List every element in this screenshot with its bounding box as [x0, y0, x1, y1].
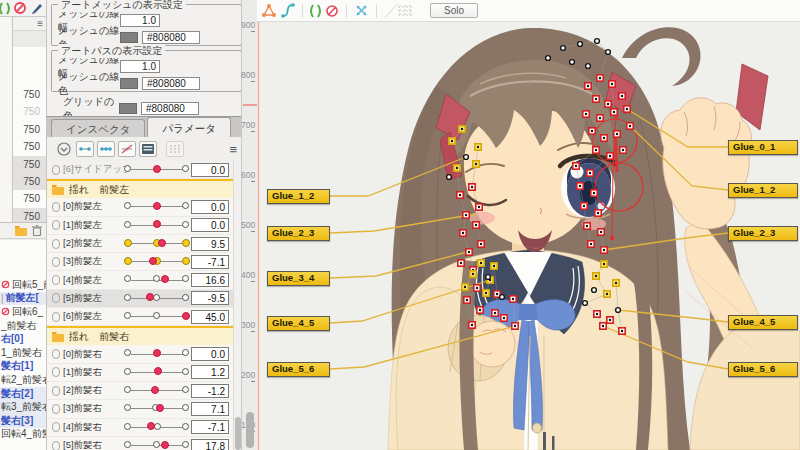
slider-handle[interactable]: [147, 422, 155, 430]
link-icon[interactable]: [52, 165, 60, 175]
parameter-row[interactable]: [3]前髪右7.1: [47, 400, 233, 418]
slider-handle[interactable]: [154, 423, 161, 430]
three-point-key-icon[interactable]: [97, 141, 115, 157]
link-icon[interactable]: [52, 386, 60, 396]
parameter-menu-icon[interactable]: ≡: [229, 142, 237, 157]
mesh-control-point[interactable]: [616, 308, 621, 313]
mesh-control-point[interactable]: [561, 46, 566, 51]
slider-handle[interactable]: [124, 221, 131, 228]
slider-handle[interactable]: [153, 312, 160, 319]
parameter-group-header[interactable]: 揺れ 前髪右: [47, 326, 233, 345]
mesh-control-point[interactable]: [586, 64, 591, 69]
parameter-value[interactable]: -7.1: [191, 420, 229, 434]
slider-handle[interactable]: [182, 221, 189, 228]
slider-handle[interactable]: [124, 165, 131, 172]
parameter-row[interactable]: [5]前髪左-9.5: [47, 290, 233, 308]
object-list-item[interactable]: 髪右[2]: [0, 387, 46, 401]
parameter-row[interactable]: [2]前髪右-1.2: [47, 382, 233, 400]
tab-parameter[interactable]: パラメータ: [147, 117, 230, 137]
path-color-swatch[interactable]: [120, 78, 138, 89]
parameter-row[interactable]: [1]前髪右1.2: [47, 364, 233, 382]
art-path-icon[interactable]: [281, 3, 295, 18]
glue-label[interactable]: Glue_4_5: [728, 315, 798, 330]
parameter-slider[interactable]: [129, 309, 187, 325]
list-menu-icon[interactable]: ≡: [13, 17, 46, 31]
slider-handle[interactable]: [161, 275, 169, 283]
slider-handle[interactable]: [161, 441, 169, 449]
slider-handle[interactable]: [124, 423, 131, 430]
parameter-row[interactable]: [1]前髪左0.0: [47, 217, 233, 235]
two-point-key-icon[interactable]: [76, 141, 94, 157]
link-icon[interactable]: [52, 367, 60, 377]
parameter-row[interactable]: [4]前髪右-7.1: [47, 419, 233, 437]
slider-handle[interactable]: [158, 239, 166, 247]
parameter-value[interactable]: 1.2: [191, 365, 229, 379]
link-icon[interactable]: [52, 349, 60, 359]
slider-handle[interactable]: [182, 404, 189, 411]
collapse-all-icon[interactable]: [55, 141, 73, 157]
path-width-input[interactable]: 1.0: [120, 60, 160, 73]
glue-label[interactable]: Glue_1_2: [267, 189, 330, 204]
slider-handle[interactable]: [182, 257, 190, 265]
parameter-row[interactable]: [5]前髪右17.8: [47, 437, 233, 450]
slider-handle[interactable]: [182, 294, 189, 301]
link-icon[interactable]: [52, 441, 60, 450]
slider-handle[interactable]: [124, 386, 131, 393]
grid-toggle-icon[interactable]: [384, 3, 414, 19]
slider-handle[interactable]: [182, 349, 189, 356]
parameter-value[interactable]: 16.6: [191, 273, 229, 287]
slider-handle[interactable]: [153, 165, 161, 173]
slider-handle[interactable]: [182, 423, 189, 430]
mesh-control-point[interactable]: [464, 155, 469, 160]
keyform-panel-icon[interactable]: [139, 141, 157, 157]
slider-handle[interactable]: [153, 202, 161, 210]
mesh-color-input[interactable]: #808080: [142, 31, 200, 44]
warp-deformer-icon[interactable]: [0, 2, 10, 15]
slider-handle[interactable]: [153, 294, 160, 301]
slider-handle[interactable]: [151, 386, 159, 394]
link-icon[interactable]: [52, 239, 60, 249]
slider-handle[interactable]: [153, 220, 161, 228]
mesh-control-point[interactable]: [595, 39, 600, 44]
trash-icon[interactable]: [32, 225, 42, 236]
parameter-value[interactable]: -1.2: [191, 384, 229, 398]
rotation-deformer-icon[interactable]: [325, 4, 339, 18]
slider-handle[interactable]: [182, 239, 190, 247]
slider-handle[interactable]: [146, 293, 154, 301]
glue-label[interactable]: Glue_2_3: [728, 226, 798, 241]
mesh-control-point[interactable]: [500, 295, 505, 300]
parameter-row[interactable]: [2]前髪左9.5: [47, 235, 233, 253]
parameter-slider[interactable]: [129, 401, 187, 417]
link-icon[interactable]: [52, 422, 60, 432]
grid-color-input[interactable]: #808080: [141, 102, 199, 115]
texture-size-row[interactable]: 750: [13, 103, 46, 120]
mesh-control-point[interactable]: [578, 42, 583, 47]
parameter-slider[interactable]: [129, 162, 187, 178]
object-list-item[interactable]: 1_前髪右: [0, 346, 46, 360]
object-list-item[interactable]: 髪右[3]: [0, 414, 46, 428]
mesh-control-point[interactable]: [606, 50, 611, 55]
parameter-value[interactable]: -9.5: [191, 291, 229, 305]
glue-label[interactable]: Glue_1_2: [728, 183, 798, 198]
mesh-control-point[interactable]: [546, 56, 551, 61]
slider-handle[interactable]: [124, 202, 131, 209]
glue-label[interactable]: Glue_5_6: [728, 362, 798, 377]
glue-label[interactable]: Glue_2_3: [267, 226, 330, 241]
glue-label[interactable]: Glue_0_1: [728, 140, 798, 155]
parameter-row[interactable]: [0]前髪右0.0: [47, 345, 233, 363]
slider-handle[interactable]: [182, 312, 190, 320]
slider-handle[interactable]: [153, 349, 161, 357]
slider-handle[interactable]: [156, 404, 164, 412]
canvas-scrollbar-thumb[interactable]: [246, 412, 254, 448]
slider-handle[interactable]: [124, 257, 132, 265]
slider-handle[interactable]: [124, 239, 132, 247]
folder-icon[interactable]: [15, 226, 27, 236]
object-list-item[interactable]: 回転4_前髪: [0, 428, 46, 442]
object-list-item[interactable]: |前髪左[: [0, 292, 46, 306]
slider-handle[interactable]: [182, 202, 189, 209]
object-list-item[interactable]: 回転6_: [0, 305, 46, 319]
remove-key-icon[interactable]: [118, 141, 136, 157]
parameter-slider[interactable]: [129, 217, 187, 233]
parameter-value[interactable]: 17.8: [191, 439, 229, 450]
parameter-value[interactable]: 0.0: [191, 347, 229, 361]
